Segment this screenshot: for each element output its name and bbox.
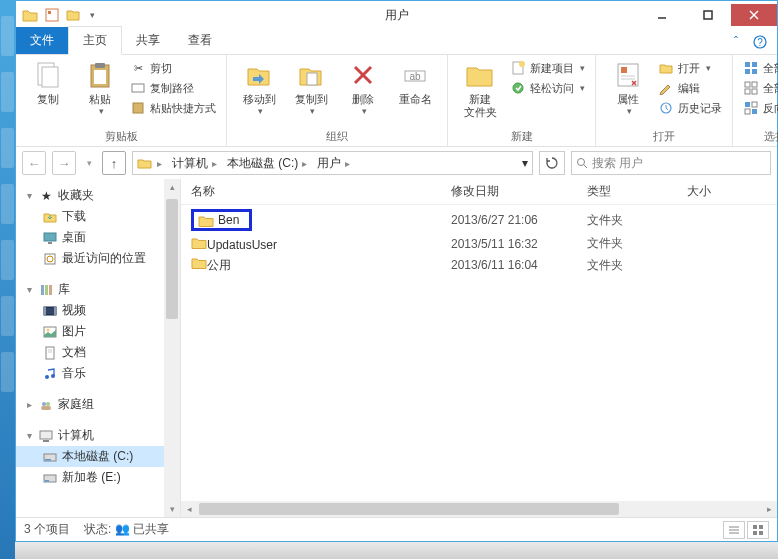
svg-point-57 bbox=[45, 375, 49, 379]
tab-share[interactable]: 共享 bbox=[122, 27, 174, 54]
close-button[interactable] bbox=[731, 4, 777, 26]
file-list: Ben2013/6/27 21:06文件夹UpdatusUser2013/5/1… bbox=[181, 205, 777, 501]
delete-icon bbox=[347, 59, 379, 91]
nav-item-music[interactable]: 音乐 bbox=[16, 363, 180, 384]
svg-rect-47 bbox=[45, 285, 48, 295]
tab-home[interactable]: 主页 bbox=[68, 26, 122, 55]
nav-pane: ▾★收藏夹 下载 桌面 最近访问的位置 ▾库 视频 图片 文档 音乐 ▸家庭组 … bbox=[16, 179, 181, 517]
svg-point-22 bbox=[513, 83, 523, 93]
up-button[interactable]: ↑ bbox=[102, 151, 126, 175]
copy-button[interactable]: 复制 bbox=[24, 59, 72, 106]
nav-item-recent[interactable]: 最近访问的位置 bbox=[16, 248, 180, 269]
delete-button[interactable]: 删除▾ bbox=[339, 59, 387, 117]
col-name[interactable]: 名称 bbox=[191, 183, 451, 200]
view-icons-button[interactable] bbox=[747, 521, 769, 539]
nav-item-documents[interactable]: 文档 bbox=[16, 342, 180, 363]
address-bar: ← → ▾ ↑ ▸ 计算机▸ 本地磁盘 (C:)▸ 用户▸ ▾ 搜索 用户 bbox=[16, 147, 777, 179]
nav-history-dropdown[interactable]: ▾ bbox=[82, 158, 96, 168]
easy-access-icon bbox=[510, 80, 526, 96]
scroll-right-icon[interactable]: ▸ bbox=[761, 504, 777, 514]
qat-dropdown-icon[interactable]: ▾ bbox=[90, 10, 95, 20]
qat-properties-icon[interactable] bbox=[44, 7, 60, 23]
svg-rect-37 bbox=[752, 102, 757, 107]
breadcrumb-seg-0[interactable]: 计算机▸ bbox=[168, 152, 223, 174]
history-button[interactable]: 历史记录 bbox=[656, 99, 724, 117]
svg-rect-46 bbox=[41, 285, 44, 295]
col-size[interactable]: 大小 bbox=[687, 183, 767, 200]
easy-access-button[interactable]: 轻松访问▾ bbox=[508, 79, 587, 97]
paste-dropdown-icon[interactable]: ▾ bbox=[99, 106, 104, 117]
tab-view[interactable]: 查看 bbox=[174, 27, 226, 54]
svg-rect-39 bbox=[752, 109, 757, 114]
col-type[interactable]: 类型 bbox=[587, 183, 687, 200]
breadcrumb-expand[interactable]: ▾ bbox=[518, 156, 532, 170]
explorer-window: ▾ 用户 文件 主页 共享 查看 ˆ ? 复制 bbox=[15, 0, 778, 542]
nav-item-downloads[interactable]: 下载 bbox=[16, 206, 180, 227]
cut-button[interactable]: ✂剪切 bbox=[128, 59, 218, 77]
scroll-left-icon[interactable]: ◂ bbox=[181, 504, 197, 514]
breadcrumb[interactable]: ▸ 计算机▸ 本地磁盘 (C:)▸ 用户▸ ▾ bbox=[132, 151, 533, 175]
star-icon: ★ bbox=[38, 188, 54, 204]
back-button[interactable]: ← bbox=[22, 151, 46, 175]
file-name: UpdatusUser bbox=[207, 238, 277, 252]
search-input[interactable]: 搜索 用户 bbox=[571, 151, 771, 175]
col-date[interactable]: 修改日期 bbox=[451, 183, 587, 200]
nav-item-pictures[interactable]: 图片 bbox=[16, 321, 180, 342]
svg-point-58 bbox=[51, 374, 55, 378]
tab-file[interactable]: 文件 bbox=[16, 27, 68, 54]
edit-button[interactable]: 编辑 bbox=[656, 79, 724, 97]
view-details-button[interactable] bbox=[723, 521, 745, 539]
nav-scrollbar[interactable]: ▴ ▾ bbox=[164, 179, 180, 517]
properties-button[interactable]: 属性▾ bbox=[604, 59, 652, 117]
nav-computer[interactable]: ▾计算机 bbox=[16, 425, 180, 446]
file-row[interactable]: UpdatusUser2013/5/11 16:32文件夹 bbox=[191, 233, 767, 254]
breadcrumb-seg-1[interactable]: 本地磁盘 (C:)▸ bbox=[223, 152, 313, 174]
nav-item-disk-c[interactable]: 本地磁盘 (C:) bbox=[16, 446, 180, 467]
file-name: Ben bbox=[218, 213, 239, 227]
file-row[interactable]: Ben2013/6/27 21:06文件夹 bbox=[191, 207, 767, 233]
select-none-button[interactable]: 全部取消 bbox=[741, 79, 778, 97]
new-item-button[interactable]: 新建项目▾ bbox=[508, 59, 587, 77]
refresh-button[interactable] bbox=[539, 151, 565, 175]
qat-newfolder-icon[interactable] bbox=[66, 7, 82, 23]
rename-button[interactable]: ab 重命名 bbox=[391, 59, 439, 106]
paste-button[interactable]: 粘贴 ▾ bbox=[76, 59, 124, 117]
svg-rect-35 bbox=[752, 89, 757, 94]
file-row[interactable]: 公用2013/6/11 16:04文件夹 bbox=[191, 254, 767, 276]
ribbon-group-select: 全部选择 全部取消 反向选择 选择 bbox=[733, 55, 778, 146]
invert-selection-button[interactable]: 反向选择 bbox=[741, 99, 778, 117]
status-count: 3 个项目 bbox=[24, 521, 70, 538]
nav-item-disk-e[interactable]: 新加卷 (E:) bbox=[16, 467, 180, 488]
nav-homegroup[interactable]: ▸家庭组 bbox=[16, 394, 180, 415]
move-to-button[interactable]: 移动到▾ bbox=[235, 59, 283, 117]
breadcrumb-seg-2[interactable]: 用户▸ bbox=[313, 152, 356, 174]
content-area: 名称 修改日期 类型 大小 Ben2013/6/27 21:06文件夹Updat… bbox=[181, 179, 777, 517]
nav-item-desktop[interactable]: 桌面 bbox=[16, 227, 180, 248]
scroll-up-icon[interactable]: ▴ bbox=[164, 179, 180, 195]
nav-favorites[interactable]: ▾★收藏夹 bbox=[16, 185, 180, 206]
picture-icon bbox=[42, 324, 58, 340]
select-all-button[interactable]: 全部选择 bbox=[741, 59, 778, 77]
disk-icon bbox=[42, 449, 58, 465]
maximize-button[interactable] bbox=[685, 4, 731, 26]
new-folder-button[interactable]: 新建 文件夹 bbox=[456, 59, 504, 119]
paste-shortcut-button[interactable]: 粘贴快捷方式 bbox=[128, 99, 218, 117]
copy-to-button[interactable]: 复制到▾ bbox=[287, 59, 335, 117]
minimize-button[interactable] bbox=[639, 4, 685, 26]
content-hscroll[interactable]: ◂ ▸ bbox=[181, 501, 777, 517]
open-button[interactable]: 打开▾ bbox=[656, 59, 724, 77]
breadcrumb-root-icon[interactable]: ▸ bbox=[133, 152, 168, 174]
ribbon-collapse-icon[interactable]: ˆ bbox=[727, 33, 745, 51]
file-type: 文件夹 bbox=[587, 212, 687, 229]
forward-button[interactable]: → bbox=[52, 151, 76, 175]
copy-path-button[interactable]: 复制路径 bbox=[128, 79, 218, 97]
taskbar bbox=[15, 542, 778, 559]
folder-icon bbox=[191, 256, 207, 269]
nav-item-videos[interactable]: 视频 bbox=[16, 300, 180, 321]
help-icon[interactable]: ? bbox=[751, 33, 769, 51]
hscroll-thumb[interactable] bbox=[199, 503, 619, 515]
nav-libraries[interactable]: ▾库 bbox=[16, 279, 180, 300]
scroll-down-icon[interactable]: ▾ bbox=[164, 501, 180, 517]
scissors-icon: ✂ bbox=[130, 60, 146, 76]
scroll-thumb[interactable] bbox=[166, 199, 178, 319]
